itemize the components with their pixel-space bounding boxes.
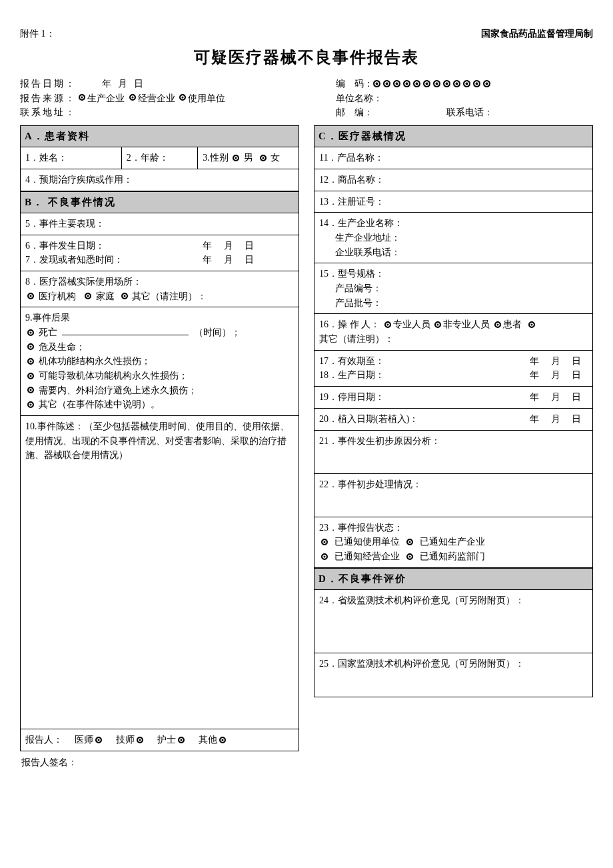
field-handling[interactable]: 22．事件初步处理情况： <box>314 474 592 517</box>
radio-icon[interactable] <box>494 321 501 328</box>
attachment-label: 附件 1： <box>20 27 55 41</box>
cons-life: 危及生命； <box>39 342 85 352</box>
field-model: 15．型号规格： <box>319 267 588 281</box>
radio-icon[interactable] <box>27 329 34 336</box>
notified-user: 已通知使用单位 <box>334 537 400 547</box>
radio-icon[interactable] <box>178 737 185 743</box>
op-nonpro: 非专业人员 <box>443 319 490 329</box>
date-ymd: 年 月 日 <box>203 253 254 267</box>
source-opt-user-unit: 使用单位 <box>188 91 225 106</box>
gender-male: 男 <box>244 153 253 163</box>
cons-death-time: （时间）； <box>194 327 241 337</box>
cons-surgery: 需要内、外科治疗避免上述永久损伤； <box>39 385 197 395</box>
date-ymd: 年 月 日 <box>530 412 581 427</box>
radio-icon[interactable] <box>121 293 128 299</box>
field-manu-phone: 企业联系电话： <box>319 245 588 260</box>
field-batch-no: 产品批号： <box>319 296 588 311</box>
radio-icon[interactable] <box>528 321 535 328</box>
field-valid-until: 17．有效期至： <box>319 354 384 369</box>
field-manu-name: 14．生产企业名称： <box>319 216 588 231</box>
radio-icon[interactable] <box>27 387 34 393</box>
op-other: 其它（请注明）： <box>319 334 394 344</box>
field-cause-analysis[interactable]: 21．事件发生初步原因分析： <box>314 431 592 474</box>
section-b-head: B． 不良事件情况 <box>21 191 299 213</box>
field-product-name: 11．产品名称： <box>314 147 592 169</box>
op-pro: 专业人员 <box>393 319 430 329</box>
field-name: 1．姓名： <box>21 147 122 169</box>
radio-icon[interactable] <box>27 343 34 350</box>
report-date-label: 报告日期： <box>20 77 77 91</box>
radio-icon[interactable] <box>406 553 413 560</box>
contact-address-label: 联系地址： <box>20 105 77 120</box>
radio-icon[interactable] <box>85 293 91 299</box>
right-column: C．医疗器械情况 11．产品名称： 12．商品名称： 13．注册证号： 14．生… <box>314 125 593 697</box>
field-provincial-opinion[interactable]: 24．省级监测技术机构评价意见（可另附附页）： <box>314 590 592 653</box>
field-report-status: 23．事件报告状态： <box>319 521 588 535</box>
date-ymd: 年 月 日 <box>203 239 254 253</box>
rp-other: 其他 <box>199 735 217 745</box>
field-gender: 3.性别 <box>203 153 229 163</box>
code-label: 编 码： <box>336 77 373 91</box>
notified-manu: 已通知生产企业 <box>420 537 485 547</box>
date-ymd: 年 月 日 <box>530 368 581 383</box>
radio-icon[interactable] <box>321 539 328 545</box>
field-main-manifestation: 5．事件主要表现： <box>21 213 299 235</box>
loc-other: 其它（请注明）： <box>132 291 207 301</box>
radio-icon[interactable] <box>79 94 85 101</box>
radio-icon[interactable] <box>27 358 34 365</box>
radio-icon[interactable] <box>384 321 391 328</box>
section-a-head: A．患者资料 <box>21 126 299 147</box>
unit-name-label: 单位名称： <box>336 91 382 106</box>
gender-female: 女 <box>271 153 280 163</box>
issuer-label: 国家食品药品监督管理局制 <box>481 27 593 41</box>
radio-icon[interactable] <box>219 737 226 743</box>
section-d-head: D．不良事件评价 <box>314 568 592 590</box>
radio-icon[interactable] <box>27 401 34 408</box>
notified-dealer: 已通知经营企业 <box>334 551 400 561</box>
reporter-signature-label: 报告人签名： <box>20 751 593 774</box>
form-title: 可疑医疗器械不良事件报告表 <box>20 45 593 70</box>
notified-authority: 已通知药监部门 <box>420 551 485 561</box>
radio-icon[interactable] <box>434 321 441 328</box>
field-operator: 16．操 作 人： <box>319 319 380 329</box>
field-narrative[interactable]: 10.事件陈述：（至少包括器械使用时间、使用目的、使用依据、使用情况、出现的不良… <box>21 416 299 729</box>
field-trade-name: 12．商品名称： <box>314 169 592 191</box>
field-manu-addr: 生产企业地址： <box>319 231 588 245</box>
date-ymd: 年 月 日 <box>530 354 581 369</box>
date-ymd: 年 月 日 <box>530 390 581 405</box>
field-consequence: 9.事件后果 <box>25 311 294 325</box>
cons-other: 其它（在事件陈述中说明）。 <box>39 399 160 409</box>
radio-icon[interactable] <box>233 155 239 161</box>
field-product-no: 产品编号： <box>319 281 588 296</box>
radio-icon[interactable] <box>406 539 413 545</box>
fill-line[interactable] <box>62 327 189 335</box>
field-manu-date: 18．生产日期： <box>319 368 384 383</box>
radio-icon[interactable] <box>321 553 328 560</box>
field-use-location: 8．医疗器械实际使用场所： <box>25 275 294 289</box>
radio-icon[interactable] <box>27 293 34 299</box>
radio-icon[interactable] <box>95 737 102 743</box>
op-patient: 患者 <box>503 319 522 329</box>
radio-icon[interactable] <box>260 155 267 161</box>
date-year: 年 <box>102 77 111 91</box>
loc-home: 家庭 <box>96 291 115 301</box>
field-age: 2．年龄： <box>122 147 198 169</box>
field-aware-time: 7．发现或者知悉时间： <box>25 253 123 267</box>
zip-label: 邮 编： <box>336 105 373 120</box>
cons-perm-damage: 机体功能结构永久性损伤； <box>39 356 151 366</box>
rp-doctor: 医师 <box>75 735 93 745</box>
rp-technician: 技师 <box>116 735 135 745</box>
field-event-date: 6．事件发生日期： <box>25 239 105 253</box>
field-national-opinion[interactable]: 25．国家监测技术机构评价意见（可另附附页）： <box>314 653 592 697</box>
field-stop-date: 19．停用日期： <box>319 390 384 405</box>
radio-icon[interactable] <box>179 94 186 101</box>
left-column: A．患者资料 1．姓名： 2．年龄： 3.性别 男 女 4．预期治疗疾病或作用：… <box>20 125 299 751</box>
code-circles[interactable] <box>373 80 490 87</box>
radio-icon[interactable] <box>27 373 34 379</box>
field-implant-date: 20．植入日期(若植入)： <box>319 412 418 427</box>
source-opt-dealer: 经营企业 <box>138 91 175 106</box>
loc-medical: 医疗机构 <box>39 291 76 301</box>
radio-icon[interactable] <box>137 737 143 743</box>
phone-label: 联系电话： <box>446 105 493 120</box>
radio-icon[interactable] <box>129 94 136 101</box>
